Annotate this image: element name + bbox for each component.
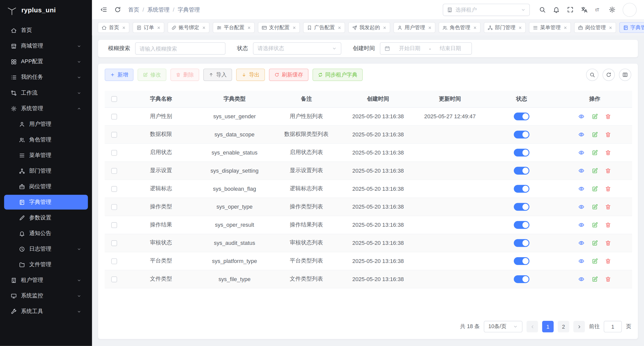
tab-order[interactable]: 订单	[133, 22, 164, 33]
row-checkbox[interactable]	[111, 276, 117, 282]
header-search-button[interactable]	[536, 4, 548, 16]
delete-row-button[interactable]	[605, 168, 611, 174]
import-button[interactable]: 导入	[203, 69, 232, 81]
tab-home[interactable]: 首页	[98, 22, 130, 33]
delete-row-button[interactable]	[605, 204, 611, 210]
status-toggle[interactable]	[514, 275, 529, 283]
language-button[interactable]	[578, 4, 590, 16]
edit-row-button[interactable]	[592, 168, 598, 174]
delete-row-button[interactable]	[605, 149, 611, 156]
edit-row-button[interactable]	[592, 276, 598, 282]
tab-menu-management[interactable]: 菜单管理	[529, 22, 571, 33]
sidebar-item-system[interactable]: 系统管理	[4, 101, 88, 116]
edit-row-button[interactable]	[592, 222, 598, 228]
edit-row-button[interactable]	[592, 258, 598, 264]
close-tab-icon[interactable]	[338, 26, 341, 29]
view-button[interactable]	[578, 204, 584, 210]
sidebar-item-dept[interactable]: 部门管理	[4, 164, 88, 178]
export-button[interactable]: 导出	[236, 69, 265, 81]
sidebar-collapse-button[interactable]	[98, 4, 109, 16]
tab-dept-management[interactable]: 部门管理	[484, 22, 526, 33]
settings-button[interactable]	[606, 4, 618, 16]
sidebar-item-param[interactable]: 参数设置	[4, 210, 88, 225]
view-button[interactable]	[578, 149, 584, 156]
tenant-select[interactable]: 选择租户	[443, 4, 530, 16]
view-button[interactable]	[578, 222, 584, 228]
edit-row-button[interactable]	[592, 131, 598, 137]
row-checkbox[interactable]	[111, 240, 117, 246]
row-checkbox[interactable]	[111, 150, 117, 156]
edit-row-button[interactable]	[592, 240, 598, 246]
close-tab-icon[interactable]	[292, 26, 296, 29]
status-toggle[interactable]	[514, 239, 529, 247]
page-number-button[interactable]: 1	[542, 321, 554, 332]
sidebar-item-workflow[interactable]: 工作流	[4, 86, 88, 100]
table-search-toggle-button[interactable]	[586, 69, 598, 81]
close-tab-icon[interactable]	[564, 26, 567, 29]
close-tab-icon[interactable]	[383, 26, 387, 29]
user-avatar[interactable]	[623, 3, 637, 17]
delete-row-button[interactable]	[605, 113, 611, 120]
tab-my-initiated[interactable]: 我发起的	[348, 22, 390, 33]
view-button[interactable]	[578, 186, 584, 192]
row-checkbox[interactable]	[111, 114, 117, 120]
next-page-button[interactable]	[573, 321, 585, 332]
refresh-cache-button[interactable]: 刷新缓存	[269, 69, 308, 81]
edit-row-button[interactable]	[592, 113, 598, 120]
fullscreen-button[interactable]	[564, 4, 576, 16]
page-number-button[interactable]: 2	[558, 321, 569, 332]
add-button[interactable]: 新增	[105, 69, 133, 81]
close-tab-icon[interactable]	[473, 26, 477, 29]
sidebar-item-mall[interactable]: 商城管理	[4, 39, 88, 53]
sidebar-item-dict[interactable]: 字典管理	[4, 195, 88, 210]
tab-ad-config[interactable]: 广告配置	[303, 22, 345, 33]
font-size-button[interactable]	[592, 4, 604, 16]
tab-platform-config[interactable]: 平台配置	[213, 22, 255, 33]
sidebar-item-file[interactable]: 文件管理	[4, 257, 88, 272]
close-tab-icon[interactable]	[122, 26, 126, 29]
delete-row-button[interactable]	[605, 222, 611, 228]
created-date-range[interactable]: 开始日期 - 结束日期	[380, 42, 472, 55]
close-tab-icon[interactable]	[247, 26, 251, 29]
delete-row-button[interactable]	[605, 186, 611, 192]
view-button[interactable]	[578, 276, 584, 282]
status-toggle[interactable]	[514, 203, 529, 211]
sidebar-item-my-tasks[interactable]: 我的任务	[4, 70, 88, 85]
close-tab-icon[interactable]	[609, 26, 613, 29]
status-toggle[interactable]	[514, 148, 529, 156]
sidebar-item-user[interactable]: 用户管理	[4, 117, 88, 132]
sidebar-item-tools[interactable]: 系统工具	[4, 304, 88, 319]
fuzzy-search-input[interactable]	[135, 42, 225, 55]
delete-row-button[interactable]	[605, 131, 611, 137]
sidebar-item-role[interactable]: 角色管理	[4, 132, 88, 147]
sidebar-item-monitor[interactable]: 系统监控	[4, 288, 88, 303]
edit-row-button[interactable]	[592, 186, 598, 192]
status-toggle[interactable]	[514, 130, 529, 138]
select-all-checkbox[interactable]	[111, 96, 117, 102]
delete-row-button[interactable]	[605, 276, 611, 282]
prev-page-button[interactable]	[527, 321, 538, 332]
view-button[interactable]	[578, 258, 584, 264]
goto-page-input[interactable]	[604, 321, 622, 332]
close-tab-icon[interactable]	[157, 26, 161, 29]
status-select[interactable]: 请选择状态	[253, 42, 341, 55]
edit-row-button[interactable]	[592, 204, 598, 210]
status-toggle[interactable]	[514, 112, 529, 120]
tab-payment-config[interactable]: 支付配置	[258, 22, 300, 33]
status-toggle[interactable]	[514, 221, 529, 229]
tab-post-management[interactable]: 岗位管理	[574, 22, 616, 33]
sidebar-item-notice[interactable]: 通知公告	[4, 226, 88, 241]
delete-row-button[interactable]	[605, 240, 611, 246]
sync-tenant-dict-button[interactable]: 同步租户字典	[312, 69, 363, 81]
view-button[interactable]	[578, 240, 584, 246]
row-checkbox[interactable]	[111, 204, 117, 210]
status-toggle[interactable]	[514, 167, 529, 174]
status-toggle[interactable]	[514, 185, 529, 193]
column-settings-button[interactable]	[619, 69, 631, 81]
edit-button[interactable]: 修改	[138, 69, 166, 81]
view-button[interactable]	[578, 168, 584, 174]
sidebar-item-tenant[interactable]: 租户管理	[4, 273, 88, 288]
breadcrumb-item[interactable]: 字典管理	[178, 6, 200, 13]
row-checkbox[interactable]	[111, 222, 117, 228]
delete-button[interactable]: 删除	[171, 69, 199, 81]
